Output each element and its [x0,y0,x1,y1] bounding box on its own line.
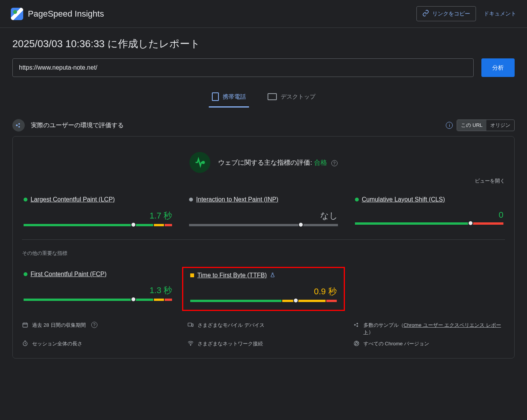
section-head-right: i この URL オリジン [446,120,515,131]
footer-network-text: さまざまなネットワーク接続 [198,340,263,347]
footer-samples-text: 多数のサンプル（Chrome ユーザー エクスペリエンス レポート） [363,322,505,336]
help-icon[interactable]: ? [91,322,97,328]
calendar-icon [22,322,28,328]
footer-versions: すべての Chrome バージョン [353,340,505,347]
expand-view-link[interactable]: ビューを開く [22,178,505,184]
chrome-icon [353,340,360,347]
top-bar: PageSpeed Insights リンクをコピー ドキュメント [0,0,527,28]
gauge-marker-icon [468,220,473,226]
footer-period-text: 過去 28 日間の収集期間 [32,322,86,329]
samples-icon [353,322,360,328]
scope-url-option[interactable]: この URL [457,120,486,131]
highlight-box: Time to First Byte (TTFB) 0.9 秒 [182,267,345,311]
timer-icon [22,340,28,347]
cwv-assessment: ウェブに関する主な指標の評価: 合格 ? [22,152,505,173]
section-head-left: 実際のユーザーの環境で評価する [12,119,124,131]
gauge-marker-icon [298,222,304,227]
footer-sessions-text: セッション全体の長さ [32,340,82,347]
docs-link[interactable]: ドキュメント [484,10,516,17]
metric-fcp-name[interactable]: First Contentful Paint (FCP) [31,271,107,278]
wifi-icon [188,340,194,347]
metric-fcp-gauge [24,299,172,301]
assessment-prefix: ウェブに関する主な指標の評価: [218,159,314,166]
copy-link-label: リンクをコピー [432,10,470,17]
svg-point-11 [191,345,191,345]
scope-toggle: この URL オリジン [457,120,515,131]
flask-icon [270,272,275,279]
gauge-marker-icon [293,298,298,303]
devices-icon [188,322,194,328]
metric-lcp-gauge [24,224,172,226]
assessment-result: 合格 [314,159,327,166]
field-data-title: 実際のユーザーの環境で評価する [31,121,124,130]
tab-mobile-label: 携帯電話 [223,93,246,101]
status-dot-icon [189,198,193,201]
link-icon [422,10,429,18]
field-data-header: 実際のユーザーの環境で評価する i この URL オリジン [12,119,515,131]
url-row: 分析 [12,58,515,77]
info-icon[interactable]: i [446,122,453,129]
status-dot-icon [355,198,359,201]
device-tabs: 携帯電話 デスクトップ [12,88,515,108]
metric-cls-gauge [355,222,503,225]
status-square-icon [190,273,194,277]
metric-ttfb-value: 0.9 秒 [190,286,336,297]
metric-fcp-value: 1.3 秒 [24,285,172,296]
other-metrics-grid: First Contentful Paint (FCP) 1.3 秒 Time … [22,271,505,303]
help-icon[interactable]: ? [331,160,338,166]
tab-desktop[interactable]: デスクトップ [264,88,319,108]
tab-desktop-label: デスクトップ [281,93,316,101]
field-data-avatar-icon [12,119,25,131]
footer-devices: さまざまなモバイル デバイス [188,322,339,336]
app-title: PageSpeed Insights [28,9,104,19]
tab-mobile[interactable]: 携帯電話 [209,88,249,108]
svg-rect-5 [188,323,192,326]
topbar-right: リンクをコピー ドキュメント [416,6,516,21]
metric-empty [353,271,505,303]
status-dot-icon [24,272,27,276]
metric-ttfb-name[interactable]: Time to First Byte (TTFB) [197,272,267,279]
scope-origin-option[interactable]: オリジン [486,120,514,131]
svg-rect-6 [192,324,193,326]
metric-inp-gauge [189,224,338,226]
metric-lcp: Largest Contentful Paint (LCP) 1.7 秒 [22,196,174,226]
core-metrics-grid: Largest Contentful Paint (LCP) 1.7 秒 Int… [22,196,505,226]
metric-lcp-name[interactable]: Largest Contentful Paint (LCP) [31,196,115,203]
svg-point-3 [203,162,205,164]
app-logo-icon [11,8,23,20]
metric-inp-name[interactable]: Interaction to Next Paint (INP) [196,196,278,203]
metric-lcp-value: 1.7 秒 [24,210,172,222]
metric-cls-name[interactable]: Cumulative Layout Shift (CLS) [362,196,445,203]
other-metrics-heading: その他の重要な指標 [22,250,505,257]
desktop-icon [268,93,277,100]
svg-point-7 [354,324,356,326]
svg-point-0 [16,125,18,126]
field-data-panel: ウェブに関する主な指標の評価: 合格 ? ビューを開く Largest Cont… [12,136,515,359]
svg-point-13 [355,342,357,344]
footer-devices-text: さまざまなモバイル デバイス [198,322,264,329]
footer-network: さまざまなネットワーク接続 [188,340,339,347]
analyze-button[interactable]: 分析 [481,58,515,77]
footer-grid: 過去 28 日間の収集期間 ? さまざまなモバイル デバイス 多数のサンプル（C… [22,322,505,347]
metric-inp-value: なし [189,210,338,222]
url-input[interactable] [12,58,474,77]
footer-samples: 多数のサンプル（Chrome ユーザー エクスペリエンス レポート） [353,322,505,336]
svg-point-2 [19,126,20,128]
footer-sessions: セッション全体の長さ [22,340,174,347]
metric-fcp: First Contentful Paint (FCP) 1.3 秒 [22,271,174,303]
metric-ttfb-gauge [190,300,336,302]
gauge-marker-icon [131,297,136,302]
main-content: 2025/03/03 10:36:33 に作成したレポート 分析 携帯電話 デス… [0,28,527,368]
svg-point-9 [356,325,358,327]
report-timestamp: 2025/03/03 10:36:33 に作成したレポート [12,37,515,51]
status-dot-icon [24,198,27,201]
mobile-icon [212,92,219,101]
footer-period: 過去 28 日間の収集期間 ? [22,322,174,336]
assessment-text: ウェブに関する主な指標の評価: 合格 ? [218,158,337,167]
metric-cls: Cumulative Layout Shift (CLS) 0 [353,196,505,226]
metric-inp: Interaction to Next Paint (INP) なし [188,196,339,226]
svg-rect-4 [23,323,27,327]
copy-link-button[interactable]: リンクをコピー [416,6,476,21]
footer-versions-text: すべての Chrome バージョン [363,340,429,347]
svg-point-1 [19,123,20,125]
